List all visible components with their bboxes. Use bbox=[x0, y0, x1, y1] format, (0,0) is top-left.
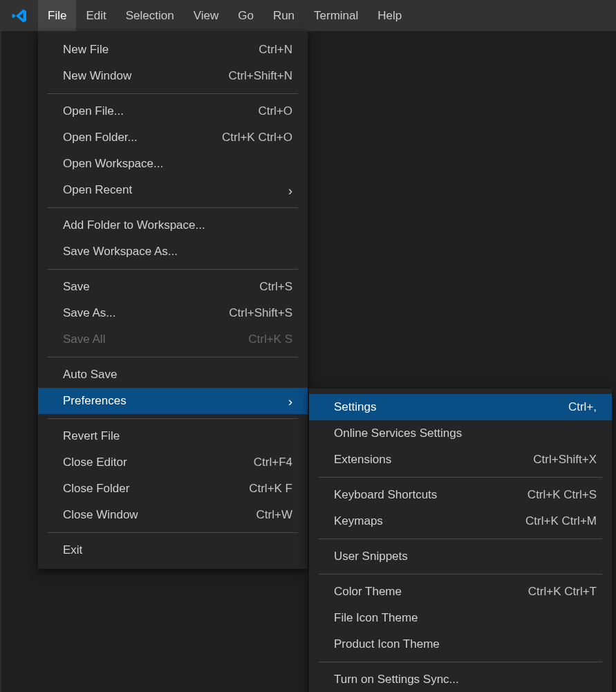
menu-item-label: User Snippets bbox=[334, 550, 597, 563]
menu-item-revert-file[interactable]: Revert File bbox=[38, 423, 308, 449]
menubar-item-help[interactable]: Help bbox=[368, 0, 411, 31]
menu-item-label: Save bbox=[63, 280, 259, 294]
chevron-right-icon: › bbox=[283, 395, 292, 408]
menu-item-shortcut: Ctrl+K F bbox=[249, 482, 292, 496]
menu-item-keymaps[interactable]: KeymapsCtrl+K Ctrl+M bbox=[309, 508, 612, 534]
menu-item-shortcut: Ctrl+S bbox=[259, 280, 292, 294]
menu-item-shortcut: Ctrl+Shift+N bbox=[228, 69, 292, 83]
menu-item-shortcut: Ctrl+K Ctrl+M bbox=[525, 514, 597, 528]
menubar: FileEditSelectionViewGoRunTerminalHelp bbox=[0, 0, 616, 31]
menu-item-preferences[interactable]: Preferences› bbox=[38, 388, 308, 414]
menu-item-label: Extensions bbox=[334, 453, 533, 467]
menu-item-close-editor[interactable]: Close EditorCtrl+F4 bbox=[38, 449, 308, 476]
menu-separator bbox=[48, 207, 298, 208]
menu-item-settings[interactable]: SettingsCtrl+, bbox=[309, 394, 612, 420]
menu-item-label: New Window bbox=[63, 69, 228, 83]
menu-item-label: Close Folder bbox=[63, 482, 249, 496]
menubar-item-edit[interactable]: Edit bbox=[76, 0, 115, 31]
menubar-item-label: File bbox=[48, 9, 66, 23]
menu-item-label: Open File... bbox=[63, 104, 258, 118]
menu-item-label: Add Folder to Workspace... bbox=[63, 218, 292, 232]
menu-separator bbox=[319, 539, 602, 539]
menu-item-label: Revert File bbox=[63, 429, 292, 443]
menu-item-save[interactable]: SaveCtrl+S bbox=[38, 274, 308, 300]
menu-item-save-workspace-as[interactable]: Save Workspace As... bbox=[38, 239, 308, 265]
menu-separator bbox=[48, 357, 298, 357]
menu-item-shortcut: Ctrl+, bbox=[568, 400, 597, 414]
menu-item-shortcut: Ctrl+K Ctrl+S bbox=[528, 488, 597, 502]
menu-item-close-window[interactable]: Close WindowCtrl+W bbox=[38, 502, 308, 528]
menubar-item-label: Terminal bbox=[314, 9, 358, 23]
app-logo bbox=[0, 0, 38, 31]
menu-item-extensions[interactable]: ExtensionsCtrl+Shift+X bbox=[309, 447, 612, 473]
menu-item-open-recent[interactable]: Open Recent› bbox=[38, 177, 308, 203]
menu-item-user-snippets[interactable]: User Snippets bbox=[309, 543, 612, 570]
menu-item-open-workspace[interactable]: Open Workspace... bbox=[38, 151, 308, 177]
menu-item-shortcut: Ctrl+Shift+S bbox=[229, 306, 292, 320]
menu-separator bbox=[48, 418, 298, 419]
menubar-item-view[interactable]: View bbox=[184, 0, 229, 31]
menu-item-label: Auto Save bbox=[63, 368, 292, 382]
menu-item-label: Keyboard Shortcuts bbox=[334, 488, 528, 502]
menubar-item-label: Run bbox=[273, 9, 295, 23]
menu-item-label: Product Icon Theme bbox=[334, 637, 597, 651]
menu-item-turn-on-settings-sync[interactable]: Turn on Settings Sync... bbox=[309, 666, 612, 692]
editor-border bbox=[0, 31, 1, 692]
menu-item-label: Color Theme bbox=[334, 585, 528, 599]
menu-item-color-theme[interactable]: Color ThemeCtrl+K Ctrl+T bbox=[309, 579, 612, 605]
menu-item-new-file[interactable]: New FileCtrl+N bbox=[38, 37, 308, 63]
menu-item-label: Exit bbox=[63, 543, 292, 557]
menu-separator bbox=[48, 269, 298, 270]
menu-separator bbox=[319, 662, 602, 662]
menu-item-open-file[interactable]: Open File...Ctrl+O bbox=[38, 98, 308, 124]
menu-item-shortcut: Ctrl+K Ctrl+O bbox=[222, 131, 292, 144]
menu-item-shortcut: Ctrl+K Ctrl+T bbox=[528, 585, 597, 599]
menu-item-label: Keymaps bbox=[334, 514, 525, 528]
menu-item-label: New File bbox=[63, 43, 259, 57]
menubar-item-go[interactable]: Go bbox=[228, 0, 263, 31]
vscode-icon bbox=[11, 8, 28, 24]
menu-item-shortcut: Ctrl+W bbox=[256, 508, 292, 522]
menu-item-file-icon-theme[interactable]: File Icon Theme bbox=[309, 605, 612, 631]
menubar-item-terminal[interactable]: Terminal bbox=[304, 0, 368, 31]
menu-item-label: Settings bbox=[334, 400, 568, 414]
menu-separator bbox=[48, 532, 298, 533]
menu-item-save-as[interactable]: Save As...Ctrl+Shift+S bbox=[38, 300, 308, 326]
menu-item-label: Save All bbox=[63, 333, 248, 346]
menu-separator bbox=[319, 574, 602, 574]
menu-separator bbox=[319, 477, 602, 478]
menu-item-label: Open Recent bbox=[63, 183, 283, 197]
menu-item-label: Save Workspace As... bbox=[63, 245, 292, 259]
menu-item-save-all: Save AllCtrl+K S bbox=[38, 326, 308, 353]
menu-item-shortcut: Ctrl+O bbox=[258, 104, 292, 118]
menu-item-auto-save[interactable]: Auto Save bbox=[38, 362, 308, 388]
menu-item-shortcut: Ctrl+K S bbox=[248, 333, 292, 346]
menu-item-shortcut: Ctrl+Shift+X bbox=[533, 453, 597, 467]
menu-item-label: File Icon Theme bbox=[334, 611, 597, 625]
menubar-item-label: Edit bbox=[86, 9, 106, 23]
menu-item-label: Save As... bbox=[63, 306, 229, 320]
menubar-item-label: Go bbox=[238, 9, 254, 23]
menubar-item-run[interactable]: Run bbox=[263, 0, 304, 31]
menubar-item-selection[interactable]: Selection bbox=[116, 0, 184, 31]
menu-item-product-icon-theme[interactable]: Product Icon Theme bbox=[309, 631, 612, 657]
menubar-item-file[interactable]: File bbox=[38, 0, 76, 31]
chevron-right-icon: › bbox=[283, 184, 292, 197]
menu-item-new-window[interactable]: New WindowCtrl+Shift+N bbox=[38, 63, 308, 89]
menu-item-shortcut: Ctrl+N bbox=[259, 43, 292, 57]
menu-item-keyboard-shortcuts[interactable]: Keyboard ShortcutsCtrl+K Ctrl+S bbox=[309, 482, 612, 508]
menu-item-label: Close Editor bbox=[63, 456, 254, 469]
menu-item-add-folder[interactable]: Add Folder to Workspace... bbox=[38, 212, 308, 239]
menu-item-online-services-settings[interactable]: Online Services Settings bbox=[309, 420, 612, 447]
menu-item-label: Online Services Settings bbox=[334, 427, 597, 440]
menubar-item-label: Selection bbox=[126, 9, 174, 23]
menu-item-shortcut: Ctrl+F4 bbox=[254, 456, 292, 469]
menu-item-open-folder[interactable]: Open Folder...Ctrl+K Ctrl+O bbox=[38, 124, 308, 151]
menu-item-exit[interactable]: Exit bbox=[38, 537, 308, 563]
menu-item-label: Preferences bbox=[63, 394, 283, 408]
menu-separator bbox=[48, 93, 298, 94]
menubar-item-label: View bbox=[194, 9, 219, 23]
menu-item-label: Turn on Settings Sync... bbox=[334, 673, 597, 686]
menu-item-label: Open Folder... bbox=[63, 131, 222, 144]
menu-item-close-folder[interactable]: Close FolderCtrl+K F bbox=[38, 476, 308, 502]
